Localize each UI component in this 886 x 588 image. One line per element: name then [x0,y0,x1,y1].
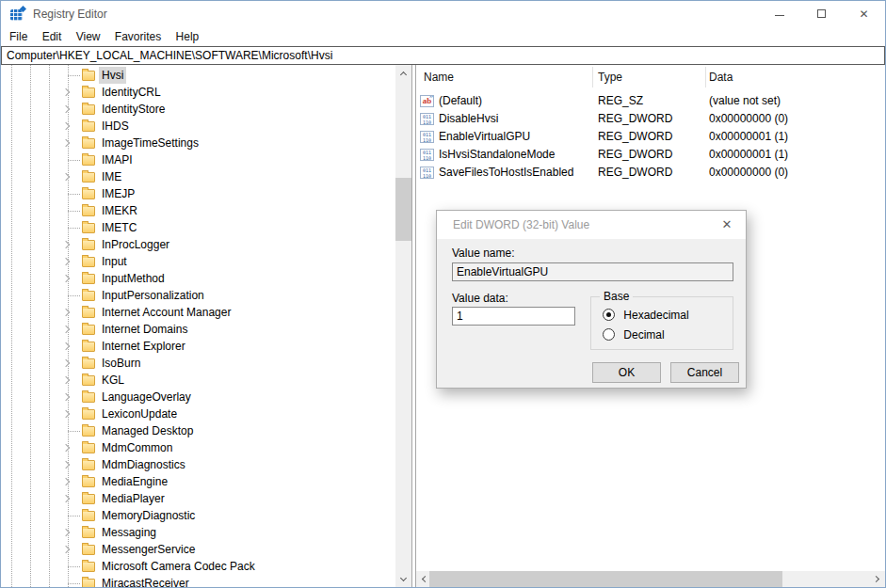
tree-connector-line [68,194,80,195]
tree-item[interactable]: IMAPI [1,151,395,168]
tree-item[interactable]: Internet Explorer [1,338,395,355]
expand-chevron-icon[interactable] [62,139,70,147]
value-data-input[interactable]: 1 [452,307,575,326]
expand-chevron-icon[interactable] [62,88,70,96]
tree-item-label: MediaEngine [99,473,170,490]
value-row[interactable]: ab(Default)REG_SZ(value not set) [416,92,885,110]
scroll-right-button[interactable] [869,571,885,587]
expand-chevron-icon[interactable] [62,444,70,452]
tree-item[interactable]: MediaPlayer [1,490,395,507]
tree-item[interactable]: MediaEngine [1,473,395,490]
expand-chevron-icon[interactable] [62,359,70,367]
minimize-button[interactable] [758,1,800,27]
expand-chevron-icon[interactable] [62,529,70,536]
expand-chevron-icon[interactable] [62,410,70,418]
tree-item[interactable]: MiracastReceiver [1,575,395,587]
column-separator[interactable] [705,67,706,87]
radio-hexadecimal[interactable]: Hexadecimal [603,308,689,321]
value-data: 0x00000000 (0) [709,110,788,128]
tree-item[interactable]: LexiconUpdate [1,405,395,422]
expand-chevron-icon[interactable] [62,275,70,282]
value-name-input[interactable]: EnableVirtualGPU [452,262,733,281]
column-separator[interactable] [592,67,593,87]
tree-item[interactable]: IsoBurn [1,355,395,372]
expand-chevron-icon[interactable] [62,478,70,485]
expand-chevron-icon[interactable] [62,105,70,113]
expand-chevron-icon[interactable] [62,495,70,502]
expand-chevron-icon[interactable] [62,241,70,248]
address-bar[interactable]: Computer\HKEY_LOCAL_MACHINE\SOFTWARE\Mic… [1,46,885,65]
tree-item[interactable]: InProcLogger [1,236,395,253]
folder-icon [82,291,95,301]
maximize-button[interactable] [800,1,843,27]
tree-item[interactable]: InputMethod [1,270,395,287]
expand-chevron-icon[interactable] [62,393,70,401]
tree-item[interactable]: LanguageOverlay [1,389,395,405]
tree-item[interactable]: KGL [1,372,395,389]
value-name: (Default) [439,92,482,110]
ok-button[interactable]: OK [592,362,661,383]
radio-decimal[interactable]: Decimal [603,327,665,341]
tree-item[interactable]: Managed Desktop [1,422,395,439]
tree-item[interactable]: MdmCommon [1,439,395,456]
tree-item[interactable]: Hvsi [1,67,395,84]
tree-item[interactable]: Messaging [1,524,395,541]
tree-item[interactable]: Input [1,253,395,270]
expand-chevron-icon[interactable] [62,342,70,350]
tree-view: HvsiIdentityCRLIdentityStoreIHDSImageTim… [1,65,395,587]
menu-item-file[interactable]: File [4,27,33,46]
tree-item[interactable]: IMETC [1,219,395,236]
tree-item[interactable]: IMEKR [1,202,395,219]
tree-item[interactable]: IHDS [1,118,395,135]
tree-item[interactable]: MemoryDiagnostic [1,507,395,524]
close-button[interactable]: ✕ [843,1,885,27]
folder-icon [82,375,95,386]
tree-item[interactable]: InputPersonalization [1,287,395,304]
tree-connector-line [68,228,80,229]
column-header-name[interactable]: Name [424,65,454,89]
value-name: EnableVirtualGPU [439,128,530,146]
tree-item[interactable]: IME [1,168,395,185]
values-scrollbar-thumb[interactable] [429,571,782,587]
cancel-button[interactable]: Cancel [670,362,739,383]
value-row[interactable]: 011110IsHvsiStandaloneModeREG_DWORD0x000… [416,146,885,164]
tree-item[interactable]: MdmDiagnostics [1,456,395,473]
expand-chevron-icon[interactable] [62,122,70,130]
value-row[interactable]: 011110DisableHvsiREG_DWORD0x00000000 (0) [416,110,885,128]
tree-item[interactable]: Internet Domains [1,321,395,338]
value-row[interactable]: 011110SaveFilesToHostIsEnabledREG_DWORD0… [416,164,885,182]
expand-chevron-icon[interactable] [62,258,70,265]
menu-item-view[interactable]: View [71,27,106,46]
scroll-up-button[interactable] [395,65,411,81]
tree-item[interactable]: ImageTimeSettings [1,135,395,151]
expand-chevron-icon[interactable] [62,461,70,469]
tree-item[interactable]: Microsoft Camera Codec Pack [1,558,395,575]
tree-scrollbar-thumb[interactable] [395,178,411,241]
value-row[interactable]: 011110EnableVirtualGPUREG_DWORD0x0000000… [416,128,885,146]
tree-vertical-scrollbar[interactable] [395,65,411,587]
expand-chevron-icon[interactable] [62,173,70,181]
column-header-data[interactable]: Data [709,65,733,89]
column-header-type[interactable]: Type [598,65,622,89]
values-horizontal-scrollbar[interactable] [416,571,885,587]
folder-icon [82,477,95,487]
tree-item[interactable]: IdentityStore [1,101,395,118]
expand-chevron-icon[interactable] [62,309,70,316]
expand-chevron-icon[interactable] [62,546,70,553]
tree-item[interactable]: Internet Account Manager [1,304,395,321]
menu-item-favorites[interactable]: Favorites [109,27,167,46]
menu-item-help[interactable]: Help [170,27,205,46]
tree-item[interactable]: MessengerService [1,541,395,558]
dialog-close-button[interactable]: ✕ [708,211,746,239]
value-type: REG_DWORD [598,146,672,164]
tree-item[interactable]: IMEJP [1,185,395,202]
menu-item-edit[interactable]: Edit [37,27,68,46]
scroll-down-button[interactable] [395,571,411,587]
folder-icon [82,494,95,504]
values-list-header: Name Type Data [416,65,885,89]
tree-item-label: MdmDiagnostics [99,456,188,473]
expand-chevron-icon[interactable] [62,376,70,384]
tree-connector-line [68,295,80,296]
expand-chevron-icon[interactable] [62,326,70,333]
tree-item[interactable]: IdentityCRL [1,84,395,101]
